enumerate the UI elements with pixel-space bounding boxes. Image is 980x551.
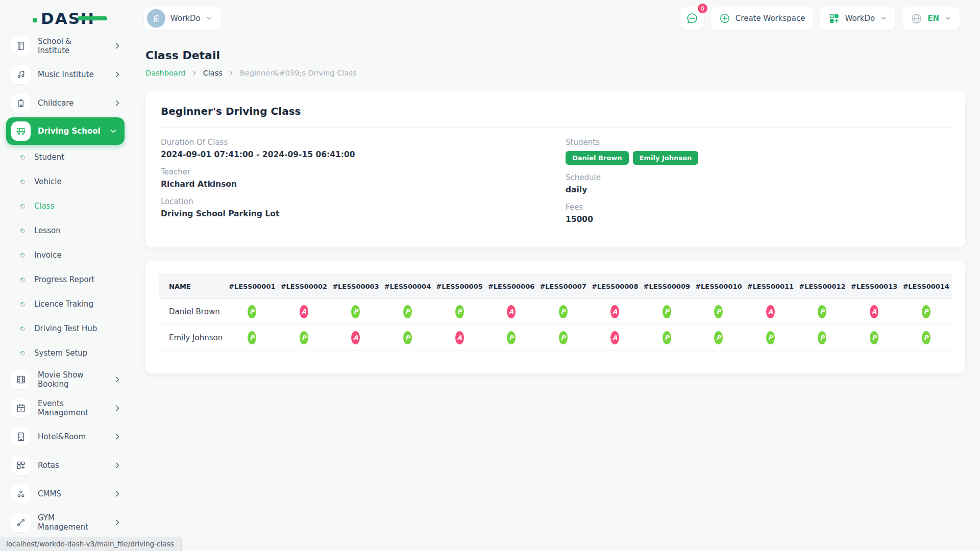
gym-icon	[11, 513, 31, 532]
breadcrumb-separator-icon	[191, 70, 198, 76]
attendance-cell: P	[226, 325, 278, 351]
bullet-icon	[19, 154, 26, 161]
sidebar-subitem-vehicle[interactable]: Vehicle	[0, 169, 131, 194]
attendance-cell: A	[433, 325, 485, 351]
workspace-switcher-label: WorkDo	[170, 14, 201, 23]
chevron-right-icon	[112, 69, 122, 80]
column-header-lesson: #LESS00012	[796, 274, 848, 299]
sidebar-item-childcare[interactable]: Childcare	[0, 89, 131, 117]
chevron-right-icon	[112, 517, 122, 528]
attendance-cell: P	[226, 299, 278, 325]
duration-field: Duration Of Class 2024-09-01 07:41:00 - …	[161, 138, 545, 159]
attendance-cell: P	[537, 325, 589, 351]
attendance-badge-absent: A	[610, 305, 619, 318]
chevron-right-icon	[112, 374, 122, 385]
childcare-icon	[11, 93, 31, 113]
column-header-lesson: #LESS00014	[900, 274, 952, 299]
duration-label: Duration Of Class	[161, 138, 545, 147]
workspace-switcher[interactable]: WorkDo	[144, 7, 221, 30]
table-row: Emily JohnsonPPAPAPPAPPPPPP	[159, 325, 952, 351]
attendance-cell: P	[641, 299, 693, 325]
sidebar-item-driving-school[interactable]: Driving School	[6, 117, 125, 145]
attendance-cell: A	[485, 299, 537, 325]
student-tag: Daniel Brown	[566, 151, 629, 165]
bullet-icon	[19, 252, 26, 259]
attendance-cell: P	[796, 299, 848, 325]
attendance-badge-present: P	[818, 305, 826, 318]
fees-value: 15000	[566, 215, 950, 224]
sidebar-item-label: Driving School	[38, 127, 101, 136]
attendance-badge-present: P	[922, 331, 930, 344]
attendance-cell: A	[589, 299, 641, 325]
attendance-badge-present: P	[559, 305, 568, 318]
sidebar-subitem-lesson[interactable]: Lesson	[0, 218, 131, 243]
attendance-cell: P	[641, 325, 693, 351]
breadcrumb-item[interactable]: Class	[203, 69, 223, 77]
attendance-badge-present: P	[663, 305, 671, 318]
column-header-lesson: #LESS00008	[589, 274, 641, 299]
sidebar-item-events-management[interactable]: Events Management	[0, 394, 131, 422]
teacher-field: Teacher Richard Atkinson	[161, 167, 545, 189]
create-workspace-button[interactable]: Create Workspace	[711, 7, 814, 30]
sidebar-item-cmms[interactable]: CMMS	[0, 480, 131, 508]
sidebar-subitem-label: System Setup	[34, 348, 87, 358]
attendance-cell: P	[900, 299, 952, 325]
bullet-icon	[19, 228, 26, 234]
sidebar-item-gym-management[interactable]: GYM Management	[0, 508, 131, 537]
schedule-field: Schedule daily	[566, 173, 950, 194]
duration-value: 2024-09-01 07:41:00 - 2024-09-15 06:41:0…	[161, 150, 545, 159]
sidebar-item-label: GYM Management	[38, 513, 105, 532]
sidebar-subitem-label: Licence Traking	[34, 299, 93, 309]
sidebar-subitem-driving-test-hub[interactable]: Driving Test Hub	[0, 316, 131, 341]
attendance-cell: P	[433, 299, 485, 325]
column-header-lesson: #LESS00013	[848, 274, 900, 299]
sidebar-item-hotel-room[interactable]: Hotel&Room	[0, 422, 131, 451]
sidebar-item-movie-show-booking[interactable]: Movie Show Booking	[0, 365, 131, 394]
sidebar-item-label: Events Management	[38, 399, 105, 417]
sidebar-item-music-institute[interactable]: Music Institute	[0, 60, 131, 89]
attendance-badge-present: P	[455, 305, 464, 318]
sidebar-subitem-system-setup[interactable]: System Setup	[0, 341, 131, 365]
chevron-right-icon	[112, 41, 122, 51]
chat-icon	[685, 12, 698, 25]
attendance-card: NAME#LESS00001#LESS00002#LESS00003#LESS0…	[145, 261, 965, 373]
sidebar-subitem-label: Class	[34, 202, 54, 211]
breadcrumb-item: Beginner&#039;s Driving Class	[240, 69, 356, 77]
attendance-cell: A	[848, 299, 900, 325]
bullet-icon	[19, 301, 26, 308]
attendance-cell: A	[745, 299, 797, 325]
sidebar-item-rotas[interactable]: Rotas	[0, 451, 131, 480]
apps-menu-button[interactable]: WorkDo	[820, 7, 895, 30]
column-header-lesson: #LESS00001	[226, 274, 278, 299]
attendance-header-row: NAME#LESS00001#LESS00002#LESS00003#LESS0…	[159, 274, 952, 299]
attendance-badge-absent: A	[766, 305, 775, 318]
language-selector[interactable]: EN	[902, 7, 960, 30]
column-header-lesson: #LESS00007	[537, 274, 589, 299]
messages-button[interactable]: 0	[680, 7, 704, 30]
attendance-badge-present: P	[922, 305, 930, 318]
fees-field: Fees 15000	[566, 203, 950, 224]
apps-menu-label: WorkDo	[845, 14, 875, 23]
location-value: Driving School Parking Lot	[161, 209, 545, 218]
chevron-down-icon	[206, 15, 213, 22]
chevron-down-icon	[944, 15, 951, 22]
chevron-right-icon	[112, 489, 122, 499]
sidebar-item-label: CMMS	[38, 489, 105, 498]
sidebar-item-school-institute[interactable]: School & Institute	[0, 32, 131, 60]
page-title: Class Detail	[145, 49, 965, 62]
sidebar-subitem-student[interactable]: Student	[0, 145, 131, 169]
attendance-cell: P	[382, 299, 434, 325]
sidebar-subitem-progress-report[interactable]: Progress Report	[0, 267, 131, 292]
breadcrumb-separator-icon	[228, 70, 234, 76]
attendance-badge-present: P	[300, 331, 308, 344]
attendance-cell: A	[278, 299, 330, 325]
bus-icon	[11, 121, 31, 141]
attendance-badge-absent: A	[351, 331, 360, 344]
sidebar-subitem-class[interactable]: Class	[0, 194, 131, 218]
breadcrumb-item[interactable]: Dashboard	[145, 69, 186, 77]
attendance-badge-present: P	[714, 331, 723, 344]
sidebar-subitem-licence-traking[interactable]: Licence Traking	[0, 292, 131, 316]
attendance-cell: P	[900, 325, 952, 351]
attendance-cell: P	[693, 299, 745, 325]
sidebar-subitem-invoice[interactable]: Invoice	[0, 243, 131, 267]
